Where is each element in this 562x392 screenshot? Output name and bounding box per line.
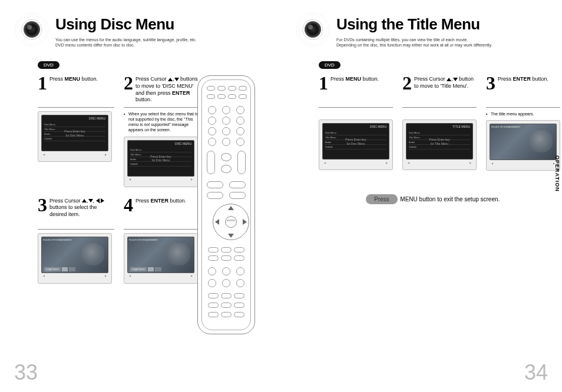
- tv-r-step-1: DISC MENU Disk Menu Title Menu Audio Sub…: [319, 119, 393, 170]
- right-subtitle-2: Depending on the disc, this function may…: [336, 42, 548, 48]
- step-2: 2 Press Cursor , buttons to move to 'DIS…: [124, 74, 200, 187]
- footer-note: Press MENU button to exit the setup scre…: [366, 194, 548, 204]
- right-subtitle-1: For DVDs containing multiple titles, you…: [336, 37, 548, 42]
- step-4-text: Press ENTER button.: [135, 195, 186, 205]
- right-title: Using the Title Menu: [336, 15, 548, 34]
- r-step-2-number: 2: [402, 74, 412, 92]
- tv-step-4: RULES OF ENGAGEMENT CHAPTERS ◀▶: [124, 233, 198, 284]
- step-3-number: 3: [38, 195, 47, 214]
- tv-step-2: DISC MENU Disk Menu Title Menu Audio Sub…: [124, 137, 198, 187]
- r-step-3: 3 Press ENTER button. The title menu app…: [486, 74, 560, 171]
- arrow-left-icon: [215, 219, 219, 225]
- right-header: Using the Title Menu For DVDs containing…: [295, 12, 548, 48]
- r-step-3-text: Press ENTER button.: [498, 74, 548, 83]
- arrow-right-icon: [243, 219, 247, 225]
- left-header: Using Disc Menu You can use the menus fo…: [14, 12, 267, 48]
- left-subtitle-2: DVD menu contents differ from disc to di…: [55, 42, 267, 48]
- step-3: 3 Press Cursor ,, , buttons to select th…: [38, 195, 114, 284]
- eye-graphic-icon: [14, 12, 49, 47]
- tv-step-3: RULES OF ENGAGEMENT CHAPTERS ◀▶: [38, 233, 112, 284]
- step-4: 4 Press ENTER button. RULES OF ENGAGEMEN…: [124, 195, 200, 284]
- step-2-number: 2: [124, 74, 133, 92]
- page-number-left: 33: [14, 360, 38, 385]
- tv-step-1: DISC MENU Disk Menu Title Menu Audio Sub…: [38, 111, 112, 162]
- tv-r-step-2: TITLE MENU Disk Menu Title Menu Audio Su…: [402, 119, 477, 170]
- svg-point-3: [24, 21, 40, 38]
- step-2-text: Press Cursor , buttons to move to 'DISC …: [135, 74, 200, 104]
- side-tab-operation: OPERATION: [553, 153, 562, 194]
- r-step-3-number: 3: [486, 74, 495, 92]
- r-step-1: 1 Press MENU button. DISC MENU Disk Menu…: [319, 74, 393, 171]
- footer-pill: Press: [366, 194, 398, 204]
- right-page: Using the Title Menu For DVDs containing…: [281, 0, 562, 392]
- step-1-text: Press MENU button.: [49, 74, 98, 83]
- r-step-3-note: The title menu appears.: [486, 111, 560, 117]
- page-number-right: 34: [524, 360, 548, 385]
- right-row-1: 1 Press MENU button. DISC MENU Disk Menu…: [319, 74, 548, 171]
- r-step-2-text: Press Cursor , button to move to 'Title …: [414, 74, 477, 89]
- remote-control: ENTER: [197, 75, 255, 334]
- svg-point-9: [308, 25, 313, 29]
- dvd-badge: DVD: [319, 61, 340, 69]
- r-step-1-number: 1: [319, 74, 328, 92]
- step-4-number: 4: [124, 195, 133, 214]
- arrow-down-icon: [228, 234, 234, 238]
- arrow-up-icon: [228, 206, 234, 210]
- step-1-number: 1: [38, 74, 47, 92]
- r-step-1-text: Press MENU button.: [330, 74, 379, 83]
- eye-graphic-icon: [295, 12, 330, 47]
- step-2-note: When you select the disc menu that is no…: [124, 111, 200, 132]
- dpad: ENTER: [213, 204, 249, 240]
- tv-r-step-3: RULES OF ENGAGEMENT ◀▶: [486, 120, 560, 171]
- step-1: 1 Press MENU button. DISC MENU Disk Menu…: [38, 74, 114, 187]
- dvd-badge: DVD: [38, 61, 59, 69]
- svg-point-4: [27, 25, 32, 29]
- left-title: Using Disc Menu: [55, 15, 267, 34]
- r-step-2: 2 Press Cursor , button to move to 'Titl…: [402, 74, 477, 171]
- enter-button: ENTER: [225, 216, 237, 228]
- svg-point-8: [305, 21, 321, 38]
- step-3-text: Press Cursor ,, , buttons to select the …: [49, 195, 114, 218]
- left-subtitle-1: You can use the menus for the audio lang…: [55, 37, 267, 42]
